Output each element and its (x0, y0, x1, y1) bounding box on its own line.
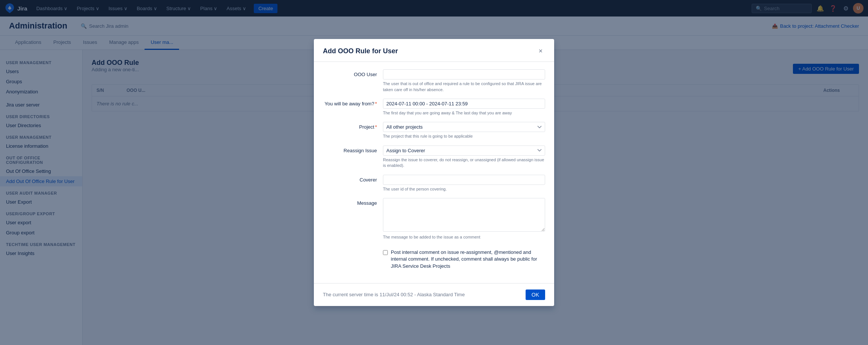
message-textarea[interactable] (383, 198, 545, 232)
coverer-hint: The user id of the person covering. (383, 186, 545, 192)
project-row: Project All other projects The project t… (323, 122, 545, 139)
message-content: The message to be added to the issue as … (383, 198, 545, 240)
reassign-issue-hint: Reassign the issue to coverer, do not re… (383, 157, 545, 169)
reassign-issue-label: Reassign Issue (323, 146, 383, 153)
modal-title: Add OOO Rule for User (323, 47, 398, 55)
checkbox-content: Post internal comment on issue re-assign… (383, 246, 545, 270)
ooo-user-label: OOO User (323, 69, 383, 77)
away-from-row: You will be away from? The first day tha… (323, 99, 545, 116)
project-hint: The project that this rule is going to b… (383, 134, 545, 139)
modal-close-button[interactable]: × (536, 46, 545, 56)
away-from-input[interactable] (383, 99, 545, 109)
internal-comment-checkbox-row: Post internal comment on issue re-assign… (383, 249, 545, 270)
message-hint: The message to be added to the issue as … (383, 234, 545, 240)
ooo-user-input[interactable] (383, 69, 545, 80)
coverer-input[interactable] (383, 175, 545, 185)
modal-body: OOO User The user that is out of office … (314, 62, 554, 283)
internal-comment-checkbox[interactable] (383, 250, 388, 255)
ooo-user-hint: The user that is out of office and requi… (383, 81, 545, 93)
modal-header: Add OOO Rule for User × (314, 39, 554, 62)
project-content: All other projects The project that this… (383, 122, 545, 139)
message-label: Message (323, 198, 383, 206)
ooo-user-content: The user that is out of office and requi… (383, 69, 545, 93)
ok-button[interactable]: OK (526, 290, 545, 300)
project-select[interactable]: All other projects (383, 122, 545, 132)
coverer-row: Coverer The user id of the person coveri… (323, 175, 545, 192)
server-time-text: The current server time is 11/Jul/24 00:… (323, 292, 465, 297)
message-row: Message The message to be added to the i… (323, 198, 545, 240)
reassign-issue-row: Reassign Issue Assign to Coverer Do not … (323, 146, 545, 169)
internal-comment-label: Post internal comment on issue re-assign… (391, 249, 545, 270)
away-from-hint: The first day that you are going away & … (383, 110, 545, 116)
modal-overlay: Add OOO Rule for User × OOO User The use… (0, 0, 868, 345)
reassign-issue-select[interactable]: Assign to Coverer Do not reassign Unassi… (383, 146, 545, 156)
coverer-label: Coverer (323, 175, 383, 183)
reassign-issue-content: Assign to Coverer Do not reassign Unassi… (383, 146, 545, 169)
coverer-content: The user id of the person covering. (383, 175, 545, 192)
ooo-user-row: OOO User The user that is out of office … (323, 69, 545, 93)
checkbox-row: Post internal comment on issue re-assign… (323, 246, 545, 270)
modal-footer: The current server time is 11/Jul/24 00:… (314, 283, 554, 306)
away-from-label: You will be away from? (323, 99, 383, 106)
project-label: Project (323, 122, 383, 130)
add-ooo-rule-modal: Add OOO Rule for User × OOO User The use… (314, 39, 554, 306)
checkbox-spacer (323, 246, 383, 248)
away-from-content: The first day that you are going away & … (383, 99, 545, 116)
